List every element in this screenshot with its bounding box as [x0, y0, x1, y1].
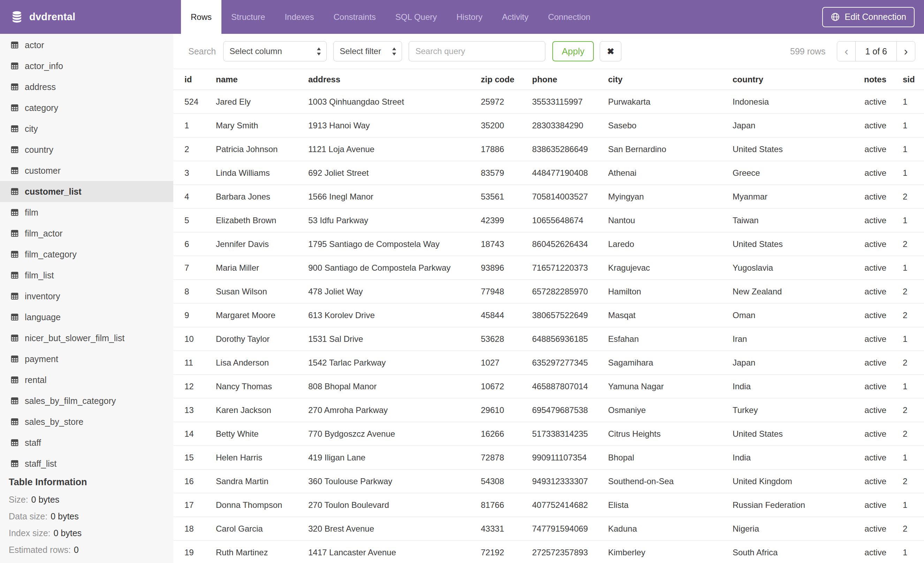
- table-icon: [10, 291, 19, 301]
- table-name-label: address: [25, 82, 56, 92]
- cell-name: Sandra Martin: [216, 476, 308, 486]
- cell-country: United States: [733, 429, 858, 439]
- sidebar-item-inventory[interactable]: inventory: [0, 286, 173, 306]
- table-row[interactable]: 1Mary Smith1913 Hanoi Way352002830338429…: [173, 114, 924, 137]
- table-row[interactable]: 12Nancy Thomas808 Bhopal Manor1067246588…: [173, 375, 924, 398]
- cell-id: 8: [184, 287, 216, 296]
- sidebar-item-staff_list[interactable]: staff_list: [0, 453, 173, 474]
- column-header-zip-code[interactable]: zip code: [481, 75, 532, 84]
- sidebar-item-category[interactable]: category: [0, 97, 173, 118]
- filter-select[interactable]: Select filter: [333, 41, 402, 62]
- column-header-phone[interactable]: phone: [532, 75, 608, 84]
- sidebar-item-address[interactable]: address: [0, 77, 173, 97]
- sidebar-item-language[interactable]: language: [0, 306, 173, 327]
- column-header-sid[interactable]: sid: [886, 75, 924, 84]
- sidebar-item-country[interactable]: country: [0, 139, 173, 160]
- clear-filter-button[interactable]: ✖: [600, 41, 621, 62]
- cell-notes: active: [858, 476, 886, 486]
- sidebar-item-nicer_but_slower_film_list[interactable]: nicer_but_slower_film_list: [0, 327, 173, 348]
- next-page-button[interactable]: ›: [897, 42, 915, 61]
- tab-rows[interactable]: Rows: [181, 0, 221, 34]
- apply-button[interactable]: Apply: [552, 41, 594, 62]
- column-header-address[interactable]: address: [308, 75, 481, 84]
- column-select[interactable]: Select column: [223, 41, 327, 62]
- sidebar-item-actor_info[interactable]: actor_info: [0, 56, 173, 77]
- column-header-country[interactable]: country: [733, 75, 858, 84]
- table-row[interactable]: 4Barbara Jones1566 Inegl Manor5356170581…: [173, 185, 924, 209]
- table-row[interactable]: 18Carol Garcia320 Brest Avenue4333174779…: [173, 517, 924, 540]
- table-icon: [10, 82, 19, 92]
- cell-country: Taiwan: [733, 216, 858, 225]
- tab-sql-query[interactable]: SQL Query: [386, 0, 447, 34]
- table-row[interactable]: 3Linda Williams692 Joliet Street83579448…: [173, 161, 924, 185]
- tab-structure[interactable]: Structure: [221, 0, 275, 34]
- sidebar-item-rental[interactable]: rental: [0, 369, 173, 390]
- tab-activity[interactable]: Activity: [492, 0, 538, 34]
- column-header-id[interactable]: id: [184, 75, 216, 84]
- table-name-label: language: [25, 312, 61, 322]
- sidebar-item-film_actor[interactable]: film_actor: [0, 223, 173, 244]
- cell-country: United Kingdom: [733, 476, 858, 486]
- table-row[interactable]: 6Jennifer Davis1795 Santiago de Composte…: [173, 232, 924, 256]
- sidebar-item-sales_by_store[interactable]: sales_by_store: [0, 411, 173, 432]
- sidebar-item-payment[interactable]: payment: [0, 348, 173, 369]
- table-name-label: sales_by_store: [25, 417, 83, 427]
- cell-zip-code: 42399: [481, 216, 532, 225]
- sidebar-item-city[interactable]: city: [0, 118, 173, 139]
- sidebar-item-customer_list[interactable]: customer_list: [0, 181, 173, 202]
- table-row[interactable]: 17Donna Thompson270 Toulon Boulevard8176…: [173, 493, 924, 517]
- previous-page-button[interactable]: ‹: [837, 42, 855, 61]
- edit-connection-button[interactable]: Edit Connection: [822, 7, 915, 27]
- cell-zip-code: 1027: [481, 358, 532, 368]
- cell-notes: active: [858, 405, 886, 415]
- table-information: Table Information Size:0 bytesData size:…: [0, 477, 173, 558]
- table-row[interactable]: 7Maria Miller900 Santiago de Compostela …: [173, 256, 924, 280]
- edit-connection-label: Edit Connection: [844, 12, 906, 22]
- table-row[interactable]: 2Patricia Johnson1121 Loja Avenue1788683…: [173, 137, 924, 161]
- table-body: 524Jared Ely1003 Qinhuangdao Street25972…: [173, 90, 924, 563]
- table-icon: [10, 208, 19, 217]
- cell-id: 2: [184, 144, 216, 154]
- tab-history[interactable]: History: [447, 0, 492, 34]
- cell-zip-code: 53628: [481, 334, 532, 344]
- cell-address: 770 Bydgoszcz Avenue: [308, 429, 481, 439]
- table-row[interactable]: 5Elizabeth Brown53 Idfu Parkway423991065…: [173, 209, 924, 232]
- table-row[interactable]: 9Margaret Moore613 Korolev Drive45844380…: [173, 303, 924, 327]
- cell-notes: active: [858, 168, 886, 178]
- column-header-name[interactable]: name: [216, 75, 308, 84]
- sidebar-item-customer[interactable]: customer: [0, 160, 173, 181]
- cell-notes: active: [858, 97, 886, 107]
- cell-phone: 838635286649: [532, 144, 608, 154]
- sidebar-item-film_list[interactable]: film_list: [0, 265, 173, 286]
- sidebar-item-sales_by_film_category[interactable]: sales_by_film_category: [0, 390, 173, 411]
- table-row[interactable]: 19Ruth Martinez1417 Lancaster Avenue7219…: [173, 540, 924, 563]
- table-row[interactable]: 16Sandra Martin360 Toulouse Parkway54308…: [173, 470, 924, 493]
- table-icon: [10, 312, 19, 321]
- tab-indexes[interactable]: Indexes: [275, 0, 324, 34]
- cell-id: 13: [184, 405, 216, 415]
- cell-zip-code: 43331: [481, 524, 532, 534]
- table-icon: [10, 354, 19, 363]
- tab-connection[interactable]: Connection: [538, 0, 600, 34]
- cell-city: Kaduna: [608, 524, 733, 534]
- table-row[interactable]: 11Lisa Anderson1542 Tarlac Parkway102763…: [173, 351, 924, 375]
- cell-phone: 517338314235: [532, 429, 608, 439]
- table-icon: [10, 250, 19, 259]
- table-row[interactable]: 10Dorothy Taylor1531 Sal Drive5362864885…: [173, 327, 924, 351]
- sidebar-item-staff[interactable]: staff: [0, 432, 173, 453]
- cell-phone: 705814003527: [532, 192, 608, 202]
- cell-country: United States: [733, 144, 858, 154]
- cell-address: 1566 Inegl Manor: [308, 192, 481, 202]
- sidebar-item-actor[interactable]: actor: [0, 35, 173, 56]
- sidebar-item-film[interactable]: film: [0, 202, 173, 223]
- table-row[interactable]: 15Helen Harris419 Iligan Lane72878990911…: [173, 446, 924, 470]
- column-header-city[interactable]: city: [608, 75, 733, 84]
- table-row[interactable]: 524Jared Ely1003 Qinhuangdao Street25972…: [173, 90, 924, 114]
- table-row[interactable]: 13Karen Jackson270 Amroha Parkway2961069…: [173, 398, 924, 422]
- sidebar-item-film_category[interactable]: film_category: [0, 244, 173, 265]
- tab-constraints[interactable]: Constraints: [324, 0, 385, 34]
- search-query-input[interactable]: [409, 41, 545, 62]
- table-row[interactable]: 14Betty White770 Bydgoszcz Avenue1626651…: [173, 422, 924, 446]
- table-row[interactable]: 8Susan Wilson478 Joliet Way7794865728228…: [173, 280, 924, 303]
- column-header-notes[interactable]: notes: [858, 75, 886, 84]
